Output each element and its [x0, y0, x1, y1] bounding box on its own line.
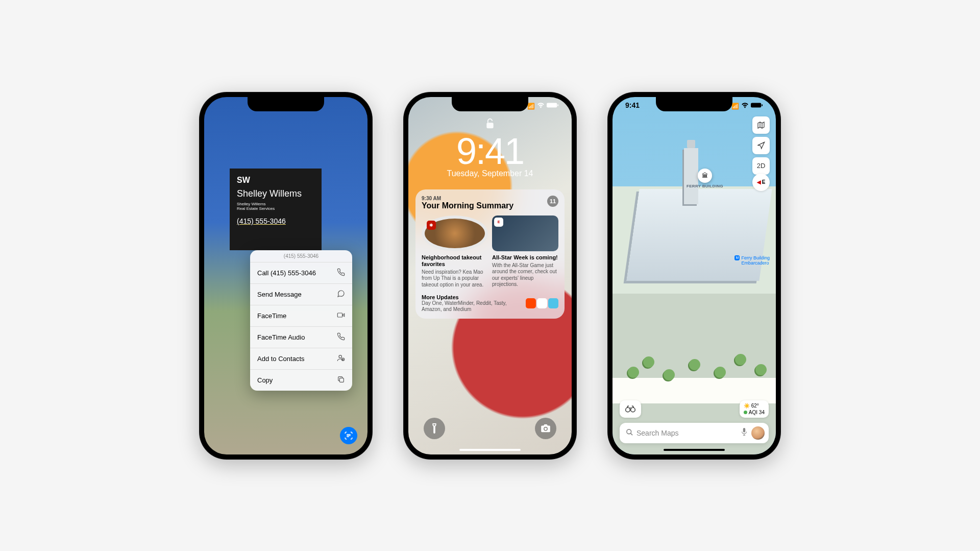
- summary-item-body: Need inspiration? Kea Mao from Up Thai i…: [422, 269, 488, 289]
- real-estate-sign: SW Shelley Willems Shelley Willems Real …: [230, 169, 322, 250]
- svg-rect-7: [751, 103, 761, 107]
- aqi-dot-icon: [744, 411, 747, 414]
- view-mode-2d-button[interactable]: 2D: [752, 157, 770, 175]
- summary-count-badge: 11: [547, 196, 558, 207]
- summary-time: 9:30 AM: [422, 196, 513, 201]
- search-placeholder: Search Maps: [636, 429, 741, 437]
- message-icon: [337, 290, 345, 299]
- map-mode-button[interactable]: [752, 116, 770, 134]
- more-updates-app-icons: [526, 298, 558, 308]
- svg-point-1: [339, 355, 341, 357]
- wifi-icon: [741, 102, 749, 110]
- menu-item-copy[interactable]: Copy: [250, 370, 352, 391]
- sign-phone-number[interactable]: (415) 555-3046: [237, 217, 314, 225]
- svg-rect-0: [337, 313, 342, 317]
- tasty-app-icon: [537, 298, 547, 308]
- menu-item-facetime[interactable]: FaceTime: [250, 305, 352, 327]
- menu-label: FaceTime: [257, 312, 286, 320]
- weather-icon: ☀️: [744, 403, 750, 409]
- svg-rect-6: [486, 123, 493, 128]
- menu-header: (415) 555-3046: [250, 250, 352, 262]
- menu-label: FaceTime Audio: [257, 333, 305, 341]
- summary-thumb-food: ✱: [422, 215, 488, 251]
- summary-item-yelp[interactable]: ✱ Neighborhood takeout favorites Need in…: [422, 215, 488, 289]
- more-updates-body: Day One, WaterMinder, Reddit, Tasty, Ama…: [422, 300, 526, 313]
- copy-icon: [337, 375, 345, 385]
- map-building: [626, 189, 772, 281]
- menu-label: Add to Contacts: [257, 355, 305, 363]
- home-indicator[interactable]: [664, 449, 725, 451]
- aqi-value: AQI 34: [749, 410, 765, 415]
- signal-icon: 📶: [527, 103, 535, 110]
- battery-icon: [751, 102, 763, 110]
- summary-item-title: All-Star Week is coming!: [492, 254, 558, 261]
- summary-item-title: Neighborhood takeout favorites: [422, 254, 488, 268]
- live-text-button[interactable]: [340, 427, 357, 444]
- camera-button[interactable]: [535, 418, 556, 439]
- notification-summary-card[interactable]: 9:30 AM Your Morning Summary 11 ✱ Neighb…: [415, 189, 565, 319]
- menu-item-facetime-audio[interactable]: FaceTime Audio: [250, 327, 352, 348]
- espn-app-icon: E: [494, 218, 503, 227]
- sign-name: Shelley Willems: [237, 189, 314, 199]
- summary-title: Your Morning Summary: [422, 201, 513, 210]
- poi-pin-icon: 🏛: [698, 169, 712, 183]
- summary-thumb-sport: E: [492, 215, 558, 251]
- weather-widget[interactable]: ☀️ 62° AQI 34: [740, 400, 769, 418]
- signal-icon: 📶: [731, 103, 739, 110]
- video-icon: [337, 311, 345, 321]
- svg-rect-12: [743, 428, 745, 433]
- sign-sub: Shelley Willems Real Estate Services: [237, 202, 314, 211]
- svg-rect-3: [339, 378, 344, 382]
- menu-label: Call (415) 555-3046: [257, 269, 316, 277]
- menu-label: Send Message: [257, 291, 302, 298]
- user-avatar[interactable]: [751, 426, 765, 440]
- menu-item-call[interactable]: Call (415) 555-3046: [250, 262, 352, 284]
- more-updates-title: More Updates: [422, 294, 526, 300]
- poi-ferry-building[interactable]: 🏛 FERRY BUILDING: [687, 169, 723, 188]
- compass-button[interactable]: ◀E: [752, 174, 770, 191]
- home-indicator[interactable]: [459, 449, 521, 451]
- svg-point-11: [627, 429, 631, 434]
- wifi-icon: [537, 102, 545, 110]
- weather-temp: 62°: [751, 403, 759, 409]
- menu-item-add-contact[interactable]: Add to Contacts: [250, 348, 352, 370]
- poi-label: FERRY BUILDING: [687, 184, 723, 188]
- maps-search-bar[interactable]: Search Maps: [620, 423, 769, 443]
- reddit-app-icon: [526, 298, 536, 308]
- summary-item-espn[interactable]: E All-Star Week is coming! With the All-…: [492, 215, 558, 289]
- locate-me-button[interactable]: [752, 137, 770, 154]
- transit-station-label[interactable]: MFerry Building Embarcadero: [734, 255, 770, 266]
- phone-icon: [337, 268, 345, 278]
- menu-label: Copy: [257, 376, 273, 384]
- sign-logo: SW: [237, 176, 314, 185]
- summary-item-body: With the All-Star Game just around the c…: [492, 262, 558, 288]
- menu-item-message[interactable]: Send Message: [250, 284, 352, 305]
- dayone-app-icon: [548, 298, 558, 308]
- phone-live-text: SW Shelley Willems Shelley Willems Real …: [199, 92, 373, 460]
- microphone-icon[interactable]: [741, 428, 747, 438]
- more-updates-row[interactable]: More Updates Day One, WaterMinder, Reddi…: [422, 294, 558, 313]
- look-around-button[interactable]: [620, 400, 641, 418]
- battery-icon: [547, 102, 559, 110]
- contact-add-icon: [337, 354, 345, 364]
- flashlight-button[interactable]: [424, 418, 445, 439]
- search-icon: [626, 428, 633, 438]
- phone-lock-screen: 📶 9:41 Tuesday, September 14 9:30 AM You…: [403, 92, 577, 460]
- svg-rect-8: [762, 104, 763, 106]
- phone-maps: 9:41 📶 2D ◀E 🏛 F: [607, 92, 781, 460]
- lock-screen-time: 9:41: [408, 130, 572, 172]
- live-text-context-menu: (415) 555-3046 Call (415) 555-3046 Send …: [250, 250, 352, 391]
- yelp-app-icon: ✱: [427, 221, 436, 230]
- svg-rect-5: [557, 104, 558, 106]
- phone-icon: [337, 332, 345, 342]
- status-time: 9:41: [625, 101, 651, 111]
- svg-rect-4: [547, 103, 557, 107]
- transit-icon: M: [734, 255, 740, 260]
- lock-screen-date: Tuesday, September 14: [408, 169, 572, 178]
